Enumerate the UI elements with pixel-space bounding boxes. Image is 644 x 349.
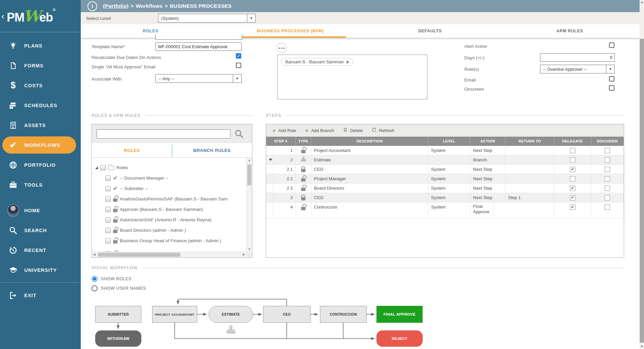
roles-dropdown[interactable]: -- Overdue Approver -- ▼ bbox=[540, 65, 615, 73]
sidebar-collapse-icon[interactable]: ‹ bbox=[1, 12, 7, 21]
scroll-down-icon[interactable]: ▼ bbox=[640, 344, 644, 349]
step-row[interactable]: 3 CEO System Next Step Step 1 bbox=[266, 193, 624, 202]
step-row[interactable]: 2 Estimate Branch bbox=[266, 155, 624, 165]
docusign-checkbox[interactable] bbox=[605, 186, 610, 191]
sidebar-item-workflows[interactable]: ✔ WORKFLOWS bbox=[0, 135, 81, 155]
scroll-down-icon[interactable]: ▼ bbox=[247, 247, 252, 252]
tree-item[interactable]: Approver (Bassam.S - Bassam Samman) bbox=[105, 204, 246, 215]
collapse-triangle-icon[interactable] bbox=[95, 166, 98, 169]
template-name-input[interactable] bbox=[155, 42, 242, 51]
tab-roles-inner[interactable]: ROLES bbox=[92, 148, 172, 153]
sidebar-item-costs[interactable]: $ COSTS bbox=[0, 75, 81, 95]
delegate-checkbox[interactable] bbox=[570, 176, 575, 182]
step-row[interactable]: 4 Contruccion System Final Approve bbox=[266, 202, 624, 218]
docusign-checkbox[interactable] bbox=[605, 195, 610, 200]
tree-root-roles[interactable]: Roles bbox=[95, 162, 246, 173]
tree-item[interactable]: ✔ -- Submitter -- bbox=[105, 183, 246, 194]
sidebar-item-schedules[interactable]: SCHEDULES bbox=[0, 95, 81, 115]
ellipsis-button[interactable]: ●●● bbox=[277, 43, 287, 53]
step-row[interactable]: 2.1 CEO System Next Step bbox=[266, 165, 624, 174]
tree-item[interactable]: Board Directors (admin - Admin ) bbox=[105, 225, 246, 235]
tab-defaults[interactable]: DEFAULTS bbox=[360, 24, 500, 38]
docusign-checkbox[interactable] bbox=[605, 176, 610, 182]
tree-checkbox[interactable] bbox=[105, 238, 111, 244]
delegate-checkbox[interactable] bbox=[570, 186, 575, 191]
chevron-down-icon[interactable]: ▼ bbox=[247, 14, 255, 22]
tree-checkbox[interactable] bbox=[105, 186, 111, 191]
tab-apm-rules[interactable]: APM RULES bbox=[500, 24, 640, 38]
tree-item[interactable]: AnalisisGastoPermisoSAF (Bassam.S - Bass… bbox=[105, 194, 246, 204]
delegate-checkbox[interactable] bbox=[570, 204, 575, 210]
sidebar-item-forms[interactable]: FORMS bbox=[0, 56, 81, 75]
scrollbar-thumb[interactable] bbox=[247, 164, 251, 185]
scrollbar-thumb[interactable] bbox=[640, 39, 644, 343]
tree-checkbox[interactable] bbox=[105, 196, 111, 202]
chevron-down-icon[interactable]: ▼ bbox=[233, 74, 241, 83]
step-row[interactable]: 2.3 Board Directors System Next Step bbox=[266, 184, 624, 193]
tree-item[interactable]: Business Group Head of Finance (admin - … bbox=[105, 235, 246, 246]
radio-icon[interactable] bbox=[92, 285, 98, 291]
recalculate-checkbox[interactable] bbox=[236, 53, 241, 59]
tree-item-partial[interactable] bbox=[105, 249, 246, 252]
sidebar-item-university[interactable]: UNIVERSITY bbox=[0, 260, 81, 280]
sidebar-item-tools[interactable]: TOOLS bbox=[0, 175, 81, 195]
docusign-checkbox[interactable] bbox=[605, 204, 610, 210]
tree-checkbox[interactable] bbox=[105, 176, 111, 181]
search-icon[interactable] bbox=[234, 129, 244, 138]
associate-with-dropdown[interactable]: -- Any -- ▼ bbox=[155, 74, 242, 83]
remove-tag-icon[interactable]: x bbox=[346, 60, 349, 64]
sidebar-item-home[interactable]: HOME bbox=[0, 200, 81, 220]
tree-vertical-scrollbar[interactable]: ▲ ▼ bbox=[246, 158, 252, 252]
email-checkbox[interactable] bbox=[609, 76, 614, 82]
onscreen-checkbox[interactable] bbox=[609, 85, 614, 91]
docusign-checkbox[interactable] bbox=[605, 157, 610, 163]
recipients-box[interactable]: Bassam.S - Bassam Samman x bbox=[277, 55, 427, 99]
days-input[interactable] bbox=[540, 53, 615, 62]
collapse-row-icon[interactable] bbox=[269, 159, 272, 161]
tree-checkbox[interactable] bbox=[100, 165, 106, 170]
sidebar-item-assets[interactable]: ASSETS bbox=[0, 115, 81, 135]
step-row[interactable]: 1 Project Accountant System Next Step bbox=[266, 146, 624, 155]
show-user-names-radio[interactable]: SHOW USER NAMES bbox=[92, 284, 146, 293]
delete-button[interactable]: Delete bbox=[343, 127, 363, 133]
delegate-checkbox[interactable] bbox=[570, 157, 575, 163]
scroll-right-icon[interactable]: ▶ bbox=[241, 252, 246, 257]
sidebar-item-recent[interactable]: RECENT bbox=[0, 240, 81, 260]
clipped-input[interactable] bbox=[155, 34, 242, 40]
scroll-up-icon[interactable]: ▲ bbox=[640, 0, 644, 5]
tree-checkbox[interactable] bbox=[105, 207, 111, 212]
info-icon[interactable]: i bbox=[87, 1, 97, 11]
scroll-left-icon[interactable]: ◀ bbox=[92, 252, 97, 257]
delegate-checkbox[interactable] bbox=[570, 148, 575, 153]
step-row[interactable]: 2.2 Project Manager System Next Step bbox=[266, 174, 624, 184]
select-level-dropdown[interactable]: (System) ▼ bbox=[158, 14, 256, 23]
refresh-button[interactable]: Refresh bbox=[371, 127, 394, 133]
pmweb-logo[interactable]: PMWeb® bbox=[7, 7, 55, 25]
single-email-checkbox[interactable] bbox=[236, 63, 241, 68]
window-scrollbar[interactable]: ▲ ▼ bbox=[640, 0, 644, 349]
tree-horizontal-scrollbar[interactable]: ◀ ▶ bbox=[92, 252, 246, 257]
roles-search-input[interactable] bbox=[97, 129, 230, 138]
tree-checkbox[interactable] bbox=[105, 228, 111, 233]
chevron-down-icon[interactable]: ▼ bbox=[606, 65, 614, 73]
scrollbar-thumb[interactable] bbox=[98, 253, 180, 257]
radio-icon[interactable] bbox=[92, 276, 98, 282]
tree-checkbox[interactable] bbox=[105, 217, 111, 223]
scroll-up-icon[interactable]: ▲ bbox=[247, 158, 252, 163]
tab-branch-rules[interactable]: BRANCH RULES bbox=[172, 148, 252, 153]
sidebar-item-plans[interactable]: PLANS bbox=[0, 36, 81, 56]
show-roles-radio[interactable]: SHOW ROLES bbox=[92, 274, 146, 284]
delegate-checkbox[interactable] bbox=[570, 167, 575, 172]
alert-active-checkbox[interactable] bbox=[609, 42, 614, 48]
sidebar-item-search[interactable]: SEARCH bbox=[0, 220, 81, 240]
tree-item[interactable]: ✔ -- Document Manager -- bbox=[105, 173, 246, 183]
tree-item[interactable]: AutorizacionSAF (Antonio.R - Antonio Rey… bbox=[105, 215, 246, 225]
docusign-checkbox[interactable] bbox=[605, 167, 610, 172]
add-role-button[interactable]: +Add Role bbox=[272, 127, 296, 134]
delegate-checkbox[interactable] bbox=[570, 195, 575, 200]
docusign-checkbox[interactable] bbox=[605, 148, 610, 153]
sidebar-item-exit[interactable]: EXIT bbox=[0, 285, 81, 305]
sidebar-item-portfolio[interactable]: PORTFOLIO bbox=[0, 155, 81, 175]
add-branch-button[interactable]: +Add Branch bbox=[305, 127, 334, 134]
breadcrumb-portfolio-link[interactable]: (Portfolio) bbox=[103, 3, 129, 9]
